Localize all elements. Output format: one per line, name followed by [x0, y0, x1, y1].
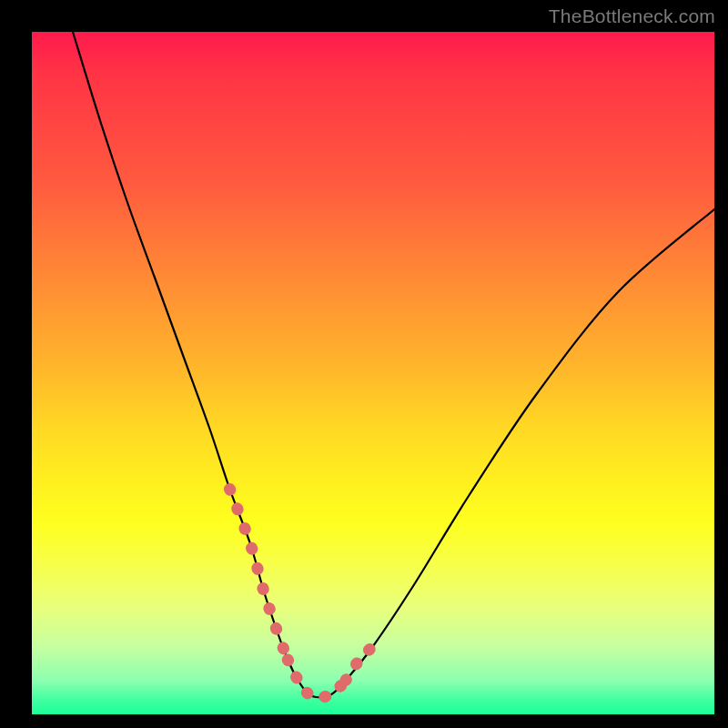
chart-frame: TheBottleneck.com	[0, 0, 728, 728]
highlight-bottom	[288, 660, 346, 697]
chart-plot-area	[32, 32, 714, 714]
highlight-left	[230, 490, 288, 661]
chart-svg	[32, 32, 714, 714]
bottleneck-curve	[73, 32, 714, 697]
watermark-text: TheBottleneck.com	[549, 5, 715, 27]
highlight-right	[346, 646, 373, 681]
